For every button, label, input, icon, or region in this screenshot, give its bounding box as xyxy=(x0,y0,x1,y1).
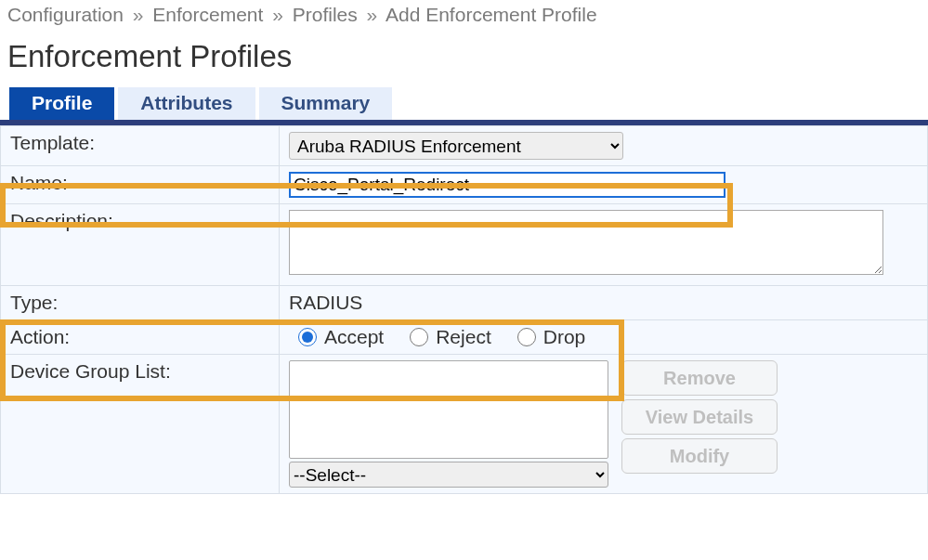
description-label: Description: xyxy=(1,204,280,286)
breadcrumb-item[interactable]: Enforcement xyxy=(152,4,263,25)
type-value: RADIUS xyxy=(280,286,928,320)
device-group-list-cell: --Select-- Remove View Details Modify xyxy=(280,355,928,494)
name-label: Name: xyxy=(1,166,280,204)
breadcrumb-separator: » xyxy=(367,4,378,25)
tab-profile[interactable]: Profile xyxy=(9,87,114,120)
name-input[interactable] xyxy=(289,172,725,198)
template-label: Template: xyxy=(1,126,280,166)
name-cell xyxy=(280,166,928,204)
page-title: Enforcement Profiles xyxy=(0,30,928,87)
action-radio-accept[interactable] xyxy=(298,328,317,346)
tab-attributes[interactable]: Attributes xyxy=(118,87,255,120)
profile-form: Template: Aruba RADIUS Enforcement Name:… xyxy=(0,125,928,494)
action-drop-label[interactable]: Drop xyxy=(543,326,586,348)
description-input[interactable] xyxy=(289,210,883,275)
action-cell: Accept Reject Drop xyxy=(280,320,928,355)
breadcrumb: Configuration » Enforcement » Profiles »… xyxy=(0,0,928,30)
action-reject-label[interactable]: Reject xyxy=(436,326,491,348)
breadcrumb-item: Add Enforcement Profile xyxy=(386,4,597,25)
template-cell: Aruba RADIUS Enforcement xyxy=(280,126,928,166)
breadcrumb-item[interactable]: Configuration xyxy=(7,4,124,25)
device-group-list-label: Device Group List: xyxy=(1,355,280,494)
breadcrumb-separator: » xyxy=(133,4,144,25)
action-radio-reject[interactable] xyxy=(410,328,428,346)
device-group-picker[interactable]: --Select-- xyxy=(289,462,608,488)
type-label: Type: xyxy=(1,286,280,320)
device-group-listbox[interactable] xyxy=(289,360,608,459)
action-radio-drop[interactable] xyxy=(517,328,536,346)
action-radio-group: Accept Reject Drop xyxy=(289,326,918,348)
description-cell xyxy=(280,204,928,286)
template-select[interactable]: Aruba RADIUS Enforcement xyxy=(289,132,623,160)
breadcrumb-separator: » xyxy=(272,4,283,25)
remove-button[interactable]: Remove xyxy=(621,360,778,396)
action-accept-label[interactable]: Accept xyxy=(324,326,384,348)
view-details-button[interactable]: View Details xyxy=(621,399,778,435)
modify-button[interactable]: Modify xyxy=(621,438,778,474)
tab-summary[interactable]: Summary xyxy=(259,87,393,120)
breadcrumb-item[interactable]: Profiles xyxy=(293,4,358,25)
tabs: Profile Attributes Summary xyxy=(9,87,928,120)
action-label: Action: xyxy=(1,320,280,355)
